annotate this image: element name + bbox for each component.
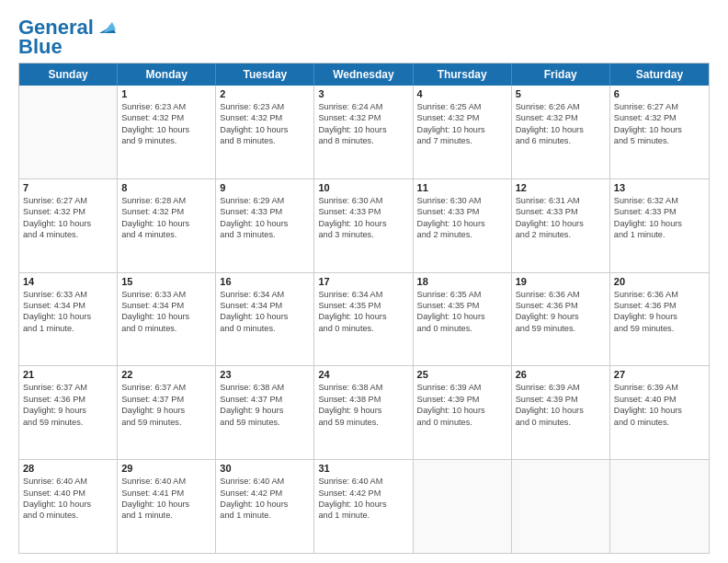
logo: General Blue: [18, 17, 116, 57]
cell-info-line: Sunset: 4:42 PM: [220, 488, 310, 499]
cell-info-line: and 6 minutes.: [516, 135, 606, 146]
day-number: 11: [417, 182, 507, 193]
cell-info-line: Daylight: 10 hours: [121, 124, 211, 135]
cell-info-line: Daylight: 10 hours: [121, 218, 211, 229]
header-day-saturday: Saturday: [610, 63, 709, 86]
cell-info-line: Sunset: 4:40 PM: [23, 488, 113, 499]
cell-info-line: Sunrise: 6:23 AM: [220, 101, 310, 112]
cell-info-line: Sunset: 4:32 PM: [417, 112, 507, 123]
calendar-row-1: 7Sunrise: 6:27 AMSunset: 4:32 PMDaylight…: [19, 179, 709, 273]
cell-info-line: Sunset: 4:36 PM: [614, 300, 705, 311]
cell-info-line: Sunset: 4:34 PM: [23, 300, 113, 311]
cell-info-line: and 59 minutes.: [318, 417, 408, 428]
cell-info-line: Sunset: 4:34 PM: [220, 300, 310, 311]
cell-info-line: Sunset: 4:33 PM: [318, 206, 408, 217]
calendar-body: 1Sunrise: 6:23 AMSunset: 4:32 PMDaylight…: [19, 86, 709, 553]
empty-cell-4-6: [610, 460, 709, 553]
day-cell-14: 14Sunrise: 6:33 AMSunset: 4:34 PMDayligh…: [19, 273, 118, 366]
page: General Blue SundayMondayTue: [0, 0, 728, 563]
day-number: 14: [23, 276, 113, 287]
cell-info-line: Sunset: 4:40 PM: [614, 394, 705, 405]
cell-info-line: Sunrise: 6:31 AM: [516, 195, 606, 206]
cell-info-line: Sunrise: 6:35 AM: [417, 289, 507, 300]
cell-info-line: Sunset: 4:42 PM: [318, 488, 408, 499]
cell-info-line: and 59 minutes.: [121, 417, 211, 428]
cell-info-line: Sunset: 4:32 PM: [220, 112, 310, 123]
calendar: SundayMondayTuesdayWednesdayThursdayFrid…: [18, 63, 710, 554]
cell-info-line: Sunrise: 6:40 AM: [23, 476, 113, 487]
day-cell-16: 16Sunrise: 6:34 AMSunset: 4:34 PMDayligh…: [216, 273, 314, 366]
cell-info-line: Daylight: 10 hours: [417, 218, 507, 229]
cell-info-line: Sunset: 4:32 PM: [614, 112, 705, 123]
day-cell-26: 26Sunrise: 6:39 AMSunset: 4:39 PMDayligh…: [512, 366, 610, 459]
cell-info-line: Daylight: 10 hours: [23, 218, 113, 229]
cell-info-line: Sunrise: 6:33 AM: [23, 289, 113, 300]
day-cell-6: 6Sunrise: 6:27 AMSunset: 4:32 PMDaylight…: [610, 86, 709, 178]
cell-info-line: Sunset: 4:35 PM: [417, 300, 507, 311]
day-cell-12: 12Sunrise: 6:31 AMSunset: 4:33 PMDayligh…: [512, 179, 610, 272]
day-number: 18: [417, 276, 507, 287]
cell-info-line: Daylight: 9 hours: [220, 405, 310, 416]
day-cell-11: 11Sunrise: 6:30 AMSunset: 4:33 PMDayligh…: [414, 179, 512, 272]
cell-info-line: and 0 minutes.: [23, 510, 113, 521]
day-cell-23: 23Sunrise: 6:38 AMSunset: 4:37 PMDayligh…: [216, 366, 314, 459]
cell-info-line: Sunrise: 6:38 AM: [318, 382, 408, 393]
cell-info-line: and 8 minutes.: [318, 135, 408, 146]
cell-info-line: and 5 minutes.: [614, 135, 705, 146]
day-cell-10: 10Sunrise: 6:30 AMSunset: 4:33 PMDayligh…: [314, 179, 413, 272]
cell-info-line: Daylight: 10 hours: [417, 124, 507, 135]
cell-info-line: Daylight: 10 hours: [220, 499, 310, 510]
cell-info-line: Sunset: 4:32 PM: [121, 112, 211, 123]
day-cell-29: 29Sunrise: 6:40 AMSunset: 4:41 PMDayligh…: [118, 460, 216, 553]
cell-info-line: Sunrise: 6:30 AM: [318, 195, 408, 206]
cell-info-line: and 0 minutes.: [614, 417, 705, 428]
cell-info-line: Sunrise: 6:36 AM: [614, 289, 705, 300]
cell-info-line: and 8 minutes.: [220, 135, 310, 146]
header-day-wednesday: Wednesday: [314, 63, 413, 86]
cell-info-line: and 2 minutes.: [516, 229, 606, 240]
cell-info-line: Sunset: 4:33 PM: [220, 206, 310, 217]
day-cell-1: 1Sunrise: 6:23 AMSunset: 4:32 PMDaylight…: [118, 86, 216, 178]
day-number: 21: [23, 369, 113, 380]
day-cell-5: 5Sunrise: 6:26 AMSunset: 4:32 PMDaylight…: [512, 86, 610, 178]
cell-info-line: Daylight: 10 hours: [23, 311, 113, 322]
cell-info-line: Sunset: 4:33 PM: [516, 206, 606, 217]
cell-info-line: and 59 minutes.: [614, 323, 705, 334]
day-cell-18: 18Sunrise: 6:35 AMSunset: 4:35 PMDayligh…: [414, 273, 512, 366]
cell-info-line: Sunset: 4:41 PM: [121, 488, 211, 499]
cell-info-line: Daylight: 9 hours: [516, 311, 606, 322]
cell-info-line: Daylight: 10 hours: [516, 124, 606, 135]
day-cell-17: 17Sunrise: 6:34 AMSunset: 4:35 PMDayligh…: [314, 273, 413, 366]
cell-info-line: Daylight: 10 hours: [23, 499, 113, 510]
day-cell-9: 9Sunrise: 6:29 AMSunset: 4:33 PMDaylight…: [216, 179, 314, 272]
day-number: 6: [614, 88, 705, 99]
calendar-row-4: 28Sunrise: 6:40 AMSunset: 4:40 PMDayligh…: [19, 460, 709, 553]
cell-info-line: Sunrise: 6:27 AM: [23, 195, 113, 206]
cell-info-line: Sunset: 4:39 PM: [516, 394, 606, 405]
day-cell-20: 20Sunrise: 6:36 AMSunset: 4:36 PMDayligh…: [610, 273, 709, 366]
cell-info-line: Sunrise: 6:26 AM: [516, 101, 606, 112]
day-cell-3: 3Sunrise: 6:24 AMSunset: 4:32 PMDaylight…: [314, 86, 413, 178]
cell-info-line: Sunrise: 6:30 AM: [417, 195, 507, 206]
cell-info-line: Sunrise: 6:34 AM: [318, 289, 408, 300]
header-day-thursday: Thursday: [414, 63, 512, 86]
logo-blue: Blue: [18, 35, 63, 58]
cell-info-line: Sunset: 4:37 PM: [220, 394, 310, 405]
day-number: 27: [614, 369, 705, 380]
cell-info-line: Daylight: 10 hours: [220, 311, 310, 322]
cell-info-line: Sunrise: 6:39 AM: [516, 382, 606, 393]
cell-info-line: Daylight: 10 hours: [417, 311, 507, 322]
cell-info-line: and 0 minutes.: [318, 323, 408, 334]
cell-info-line: Sunrise: 6:24 AM: [318, 101, 408, 112]
cell-info-line: Sunset: 4:32 PM: [23, 206, 113, 217]
day-number: 5: [516, 88, 606, 99]
cell-info-line: and 0 minutes.: [516, 417, 606, 428]
cell-info-line: Sunrise: 6:40 AM: [318, 476, 408, 487]
day-number: 16: [220, 276, 310, 287]
cell-info-line: Daylight: 10 hours: [318, 499, 408, 510]
cell-info-line: Sunset: 4:34 PM: [121, 300, 211, 311]
day-number: 4: [417, 88, 507, 99]
day-number: 28: [23, 463, 113, 474]
cell-info-line: Sunset: 4:32 PM: [516, 112, 606, 123]
cell-info-line: Daylight: 10 hours: [614, 405, 705, 416]
